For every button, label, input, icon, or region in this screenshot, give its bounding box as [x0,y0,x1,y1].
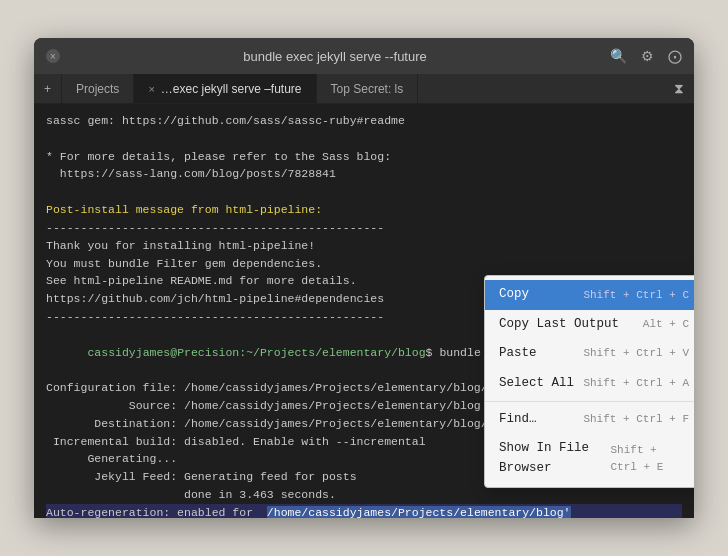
tab-bar: + Projects × …exec jekyll serve –future … [34,74,694,104]
menu-item-label: Show In File Browser [499,439,611,478]
menu-item-find[interactable]: Find… Shift + Ctrl + F [485,405,694,434]
new-tab-button[interactable]: + [34,74,62,103]
tab-spacer [418,74,664,103]
menu-item-select-all[interactable]: Select All Shift + Ctrl + A [485,369,694,398]
tab-close-icon[interactable]: × [148,83,154,95]
tab-topsecret[interactable]: Top Secret: ls [317,74,419,103]
menu-item-label: Paste [499,344,537,363]
terminal-line: sassc gem: https://github.com/sass/sassc… [46,112,682,130]
terminal-line: You must bundle Filter gem dependencies. [46,255,682,273]
menu-item-shortcut: Shift + Ctrl + F [583,411,689,428]
terminal-line-highlight: Auto-regeneration: enabled for /home/cas… [46,504,682,518]
menu-item-shortcut: Shift + Ctrl + V [583,345,689,362]
terminal-line: Thank you for installing html-pipeline! [46,237,682,255]
history-icon: ⧗ [674,80,684,97]
history-button[interactable]: ⧗ [664,74,694,103]
search-icon[interactable]: 🔍 [610,48,627,64]
titlebar-icons: 🔍 ⚙ ⨀ [610,48,682,64]
menu-item-label: Copy Last Output [499,315,619,334]
terminal-line: https://sass-lang.com/blog/posts/7828841 [46,165,682,183]
menu-item-paste[interactable]: Paste Shift + Ctrl + V [485,339,694,368]
terminal-line: ----------------------------------------… [46,219,682,237]
menu-item-copy-last-output[interactable]: Copy Last Output Alt + C [485,310,694,339]
terminal-line [46,183,682,201]
menu-item-shortcut: Shift + Ctrl + A [583,375,689,392]
expand-icon[interactable]: ⨀ [668,48,682,64]
menu-item-copy[interactable]: Copy Shift + Ctrl + C [485,280,694,309]
tab-projects[interactable]: Projects [62,74,134,103]
menu-item-label: Copy [499,285,529,304]
menu-item-show-in-file-browser[interactable]: Show In File Browser Shift + Ctrl + E [485,434,694,483]
menu-item-shortcut: Shift + Ctrl + E [611,442,690,476]
gear-icon[interactable]: ⚙ [641,48,654,64]
terminal-line [46,130,682,148]
titlebar: × bundle exec jekyll serve --future 🔍 ⚙ … [34,38,694,74]
menu-separator [485,401,694,402]
close-button[interactable]: × [46,49,60,63]
terminal-line: done in 3.463 seconds. [46,486,682,504]
menu-item-shortcut: Shift + Ctrl + C [583,287,689,304]
terminal-line: Post-install message from html-pipeline: [46,201,682,219]
menu-item-shortcut: Alt + C [643,316,689,333]
tab-exec[interactable]: × …exec jekyll serve –future [134,74,316,103]
terminal-line: * For more details, please refer to the … [46,148,682,166]
window-title: bundle exec jekyll serve --future [60,49,610,64]
menu-item-label: Find… [499,410,537,429]
context-menu: Copy Shift + Ctrl + C Copy Last Output A… [484,275,694,488]
terminal-content[interactable]: sassc gem: https://github.com/sass/sassc… [34,104,694,518]
terminal-window: × bundle exec jekyll serve --future 🔍 ⚙ … [34,38,694,518]
menu-item-label: Select All [499,374,574,393]
